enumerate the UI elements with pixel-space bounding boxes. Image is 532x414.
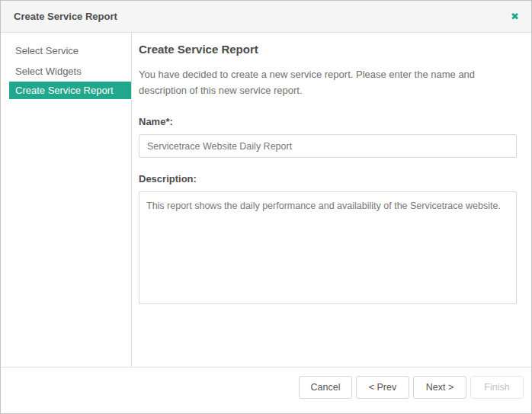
- dialog-header: Create Service Report ✖: [1, 1, 531, 33]
- create-service-report-dialog: Create Service Report ✖ Select Service S…: [0, 0, 532, 414]
- sidebar-item-select-service[interactable]: Select Service: [1, 40, 131, 61]
- name-label: Name*:: [139, 116, 517, 127]
- finish-button: Finish: [470, 376, 524, 399]
- close-button[interactable]: ✖: [511, 11, 519, 21]
- description-label: Description:: [139, 173, 517, 185]
- sidebar-item-select-widgets[interactable]: Select Widgets: [1, 61, 131, 82]
- dialog-body: Select Service Select Widgets Create Ser…: [1, 33, 531, 367]
- name-input[interactable]: [139, 134, 517, 158]
- step-label: Select Service: [15, 45, 79, 56]
- intro-line-1: You have decided to create a new service…: [139, 66, 517, 82]
- dialog-title: Create Service Report: [14, 11, 117, 22]
- dialog-footer: Cancel < Prev Next > Finish: [1, 367, 531, 413]
- prev-button[interactable]: < Prev: [356, 376, 409, 399]
- close-icon: ✖: [511, 11, 519, 22]
- step-content: Create Service Report You have decided t…: [132, 33, 531, 367]
- page-title: Create Service Report: [139, 43, 517, 56]
- cancel-button[interactable]: Cancel: [299, 376, 352, 399]
- next-button[interactable]: Next >: [413, 376, 466, 399]
- step-label: Create Service Report: [15, 85, 114, 96]
- wizard-steps-sidebar: Select Service Select Widgets Create Ser…: [1, 33, 132, 367]
- sidebar-item-create-service-report[interactable]: Create Service Report: [9, 82, 131, 99]
- step-label: Select Widgets: [15, 66, 82, 77]
- description-textarea[interactable]: This report shows the daily performance …: [139, 191, 517, 304]
- intro-text: You have decided to create a new service…: [139, 66, 517, 98]
- intro-line-2: description of this new service report.: [139, 82, 517, 98]
